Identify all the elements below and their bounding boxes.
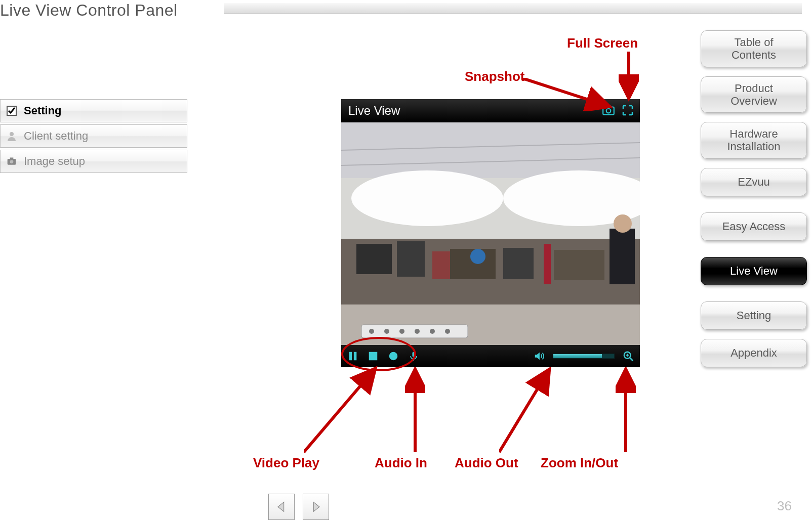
next-page-button[interactable] (303, 494, 329, 520)
anno-audio-out: Audio Out (455, 455, 518, 471)
svg-point-27 (369, 329, 374, 334)
anno-audio-in: Audio In (375, 455, 427, 471)
page-number: 36 (777, 498, 792, 514)
svg-point-30 (415, 329, 420, 334)
client-setting-label: Client setting (24, 129, 88, 143)
check-icon (5, 104, 19, 118)
arrow-audio-in (405, 367, 425, 455)
svg-rect-16 (397, 241, 425, 277)
svg-rect-15 (356, 244, 392, 274)
svg-rect-22 (554, 250, 604, 280)
image-setup-label: Image setup (24, 155, 85, 168)
page-title: Live View Control Panel (0, 1, 178, 20)
svg-rect-21 (544, 244, 551, 284)
svg-point-3 (10, 160, 14, 164)
svg-rect-20 (503, 248, 534, 279)
svg-rect-37 (413, 352, 415, 357)
svg-rect-35 (369, 352, 378, 361)
person-icon (5, 129, 19, 143)
nav-product-overview[interactable]: Product Overview (701, 76, 807, 113)
svg-point-24 (614, 214, 632, 233)
page-nav (268, 494, 329, 520)
nav-toc[interactable]: Table of Contents (701, 30, 807, 67)
svg-line-39 (630, 358, 633, 361)
svg-line-46 (499, 370, 549, 452)
liveview-title: Live View (348, 104, 400, 118)
liveview-controls (341, 345, 640, 367)
svg-rect-33 (349, 352, 352, 361)
svg-point-12 (351, 170, 503, 226)
volume-slider[interactable] (553, 354, 615, 359)
nav-setting[interactable]: Setting (701, 301, 807, 330)
speaker-icon[interactable] (533, 350, 546, 363)
svg-line-44 (304, 369, 375, 452)
nav-ezvuu[interactable]: EZvuu (701, 168, 807, 196)
setting-label: Setting (24, 104, 62, 117)
record-icon[interactable] (387, 350, 400, 363)
svg-point-32 (445, 329, 450, 334)
arrow-zoom (616, 367, 636, 455)
setting-button[interactable]: Setting (0, 99, 187, 122)
stop-icon[interactable] (367, 350, 380, 363)
nav-appendix[interactable]: Appendix (701, 339, 807, 367)
fullscreen-icon[interactable] (621, 103, 635, 117)
svg-point-28 (384, 329, 389, 334)
svg-point-36 (389, 352, 398, 361)
svg-rect-4 (10, 158, 14, 159)
pause-icon[interactable] (346, 350, 359, 363)
svg-rect-17 (432, 251, 450, 279)
svg-point-6 (606, 109, 611, 113)
svg-rect-34 (354, 352, 357, 361)
svg-point-1 (10, 132, 14, 136)
arrow-fullscreen (619, 52, 639, 102)
image-setup-button[interactable]: Image setup (0, 150, 187, 173)
anno-snapshot: Snapshot (465, 69, 524, 84)
anno-video-play: Video Play (253, 455, 319, 471)
client-setting-button[interactable]: Client setting (0, 124, 187, 148)
nav-live-view[interactable]: Live View (701, 257, 807, 285)
svg-point-29 (399, 329, 404, 334)
svg-rect-23 (610, 229, 635, 284)
liveview-video (341, 122, 640, 345)
nav-hardware-installation[interactable]: Hardware Installation (701, 122, 807, 159)
top-bar (224, 3, 802, 14)
left-control-menu: Setting Client setting Image setup (0, 99, 187, 175)
prev-page-button[interactable] (268, 494, 295, 520)
svg-rect-8 (341, 122, 640, 178)
anno-zoom: Zoom In/Out (541, 455, 618, 471)
arrow-video-play (304, 366, 385, 455)
arrow-audio-out (499, 367, 555, 455)
camera-small-icon (5, 154, 19, 168)
mic-icon[interactable] (407, 350, 420, 363)
liveview-header: Live View (341, 99, 640, 122)
nav-easy-access[interactable]: Easy Access (701, 212, 807, 241)
snapshot-icon[interactable] (601, 103, 616, 117)
svg-point-19 (470, 249, 485, 264)
anno-fullscreen: Full Screen (567, 35, 638, 51)
liveview-widget: Live View (341, 99, 640, 367)
svg-rect-7 (606, 105, 611, 107)
svg-point-31 (430, 329, 435, 334)
zoom-icon[interactable] (622, 350, 635, 363)
right-nav: Table of Contents Product Overview Hardw… (701, 30, 807, 367)
